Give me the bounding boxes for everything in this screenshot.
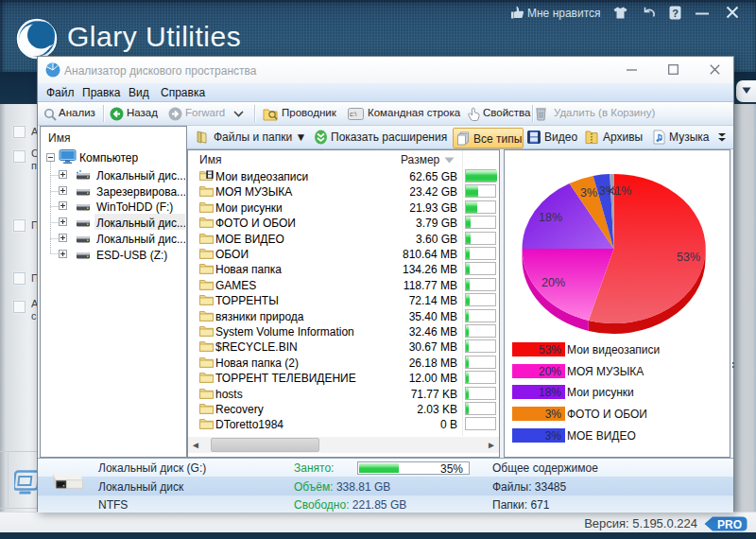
svg-text:?: ? [672, 8, 679, 19]
svg-text:c:\: c:\ [350, 111, 356, 117]
svg-text:PRO: PRO [717, 518, 742, 531]
